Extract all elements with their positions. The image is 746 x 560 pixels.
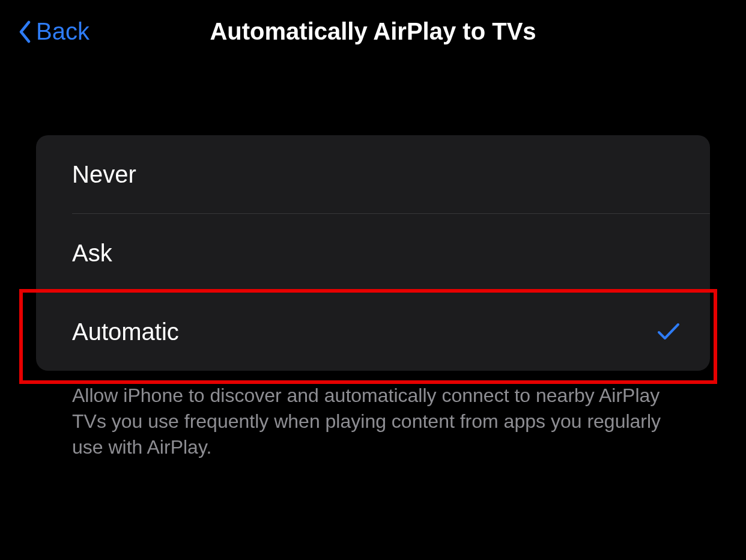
navigation-bar: Back Automatically AirPlay to TVs: [0, 0, 746, 57]
option-ask[interactable]: Ask: [36, 214, 710, 292]
option-automatic[interactable]: Automatic: [36, 293, 710, 371]
checkmark-icon: [657, 322, 680, 341]
option-wrapper-ask: Ask: [36, 214, 710, 292]
options-card: Never Ask Automatic: [36, 135, 710, 371]
page-title: Automatically AirPlay to TVs: [210, 18, 536, 45]
footer-description: Allow iPhone to discover and automatical…: [36, 371, 710, 461]
option-never[interactable]: Never: [36, 135, 710, 213]
chevron-left-icon: [18, 20, 31, 43]
option-label: Automatic: [72, 318, 179, 345]
content-area: Never Ask Automatic Allow iPhone to disc…: [0, 57, 746, 461]
option-wrapper-automatic: Automatic: [36, 293, 710, 371]
option-label: Ask: [72, 240, 112, 267]
back-label: Back: [36, 18, 89, 45]
option-wrapper-never: Never: [36, 135, 710, 213]
back-button[interactable]: Back: [18, 18, 89, 45]
option-label: Never: [72, 161, 136, 188]
